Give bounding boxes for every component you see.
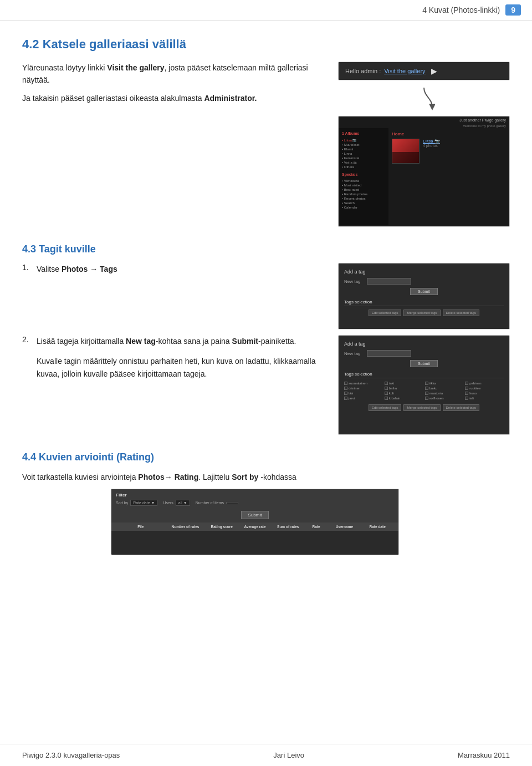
merge-selected-btn[interactable]: Merge selected tags (403, 310, 440, 316)
users-label: Users (163, 501, 173, 505)
step-1-item: 1. Valitse Photos → Tags (22, 263, 327, 275)
gallery-tagline: Just another Piwigo gallery (459, 118, 506, 122)
number-input[interactable] (226, 502, 238, 504)
tag-checkbox-item[interactable]: pabinen (465, 382, 504, 385)
rating-intro-text: Voit tarkastella kuviesi arviointeja Pho… (22, 471, 510, 483)
checkbox-icon[interactable] (344, 387, 347, 390)
delete-selected-btn[interactable]: Delete selected tags (443, 310, 479, 316)
hello-admin-text: Hello admin : (345, 68, 381, 74)
tag-checkbox-item[interactable]: bmku (425, 387, 464, 390)
section-4-3: 4.3 Tagit kuville 1. Valitse Photos → Ta… (22, 244, 510, 435)
spec-item6: • Search (342, 201, 385, 205)
rating-screenshot: Filter Sort by Rate date ▼ Users (111, 489, 399, 555)
section-4-3-title: 4.3 Tagit kuville (22, 244, 510, 255)
checkbox-icon[interactable] (465, 382, 468, 385)
new-tag-row: New tag (344, 278, 504, 285)
submit-row: Submit (116, 509, 394, 519)
gallery-screenshots-col: Hello admin : Visit the gallery ▶ (338, 62, 510, 227)
number-items-control: Number of items (196, 501, 238, 505)
sidebar-liitsa: • Liitsa 📷 (342, 138, 385, 143)
tags-full-screenshot: Add a tag New tag Submit Tags selection … (338, 335, 510, 435)
section-4-4: 4.4 Kuvien arviointi (Rating) Voit tarka… (22, 452, 510, 555)
rating-submit-btn[interactable]: Submit (241, 511, 269, 519)
step-1-number: 1. (22, 263, 33, 272)
page-header: 4 Kuvat (Photos-linkki) 9 (0, 0, 532, 21)
down-arrow-container (338, 85, 510, 113)
header-title: 4 Kuvat (Photos-linkki) (422, 6, 500, 14)
table-column-header: Number of rates (166, 525, 206, 529)
tag-checkbox-item[interactable]: lobalain (385, 397, 423, 400)
gallery-main-area: Home Liitsa 📷 4 photos (388, 128, 509, 225)
rating-screenshot-container: Filter Sort by Rate date ▼ Users (111, 489, 399, 555)
filter-label: Filter (116, 493, 394, 498)
checkbox-icon[interactable] (425, 387, 428, 390)
gallery-welcome: Welcome to my photo gallery (339, 124, 509, 128)
sort-by-label: Sort by (116, 501, 128, 505)
submit-button-full[interactable]: Submit (410, 360, 438, 367)
checkbox-icon[interactable] (425, 382, 428, 385)
checkbox-icon[interactable] (425, 392, 428, 395)
spec-item7: • Calendar (342, 205, 385, 210)
table-column-header: Rate (305, 525, 328, 529)
tags-simple-screenshot: Add a tag New tag Submit Tags selection … (338, 263, 510, 329)
table-column-header: Username (328, 525, 361, 529)
specials-label: Specials (342, 173, 385, 176)
section-4-2-content: Yläreunasta löytyy linkki Visit the gall… (22, 62, 510, 227)
table-column-header: Average rate (238, 525, 272, 529)
step-2-text-col: 2. Lisää tageja kirjoittamalla New tag-k… (22, 335, 327, 385)
checkbox-icon[interactable] (465, 387, 468, 390)
page-footer: Piwigo 2.3.0 kuvagalleria-opas Jari Leiv… (0, 744, 532, 766)
arrow-down-right-icon (413, 85, 435, 113)
tag-checkbox-item[interactable]: jarvi (344, 397, 383, 400)
submit-button-simple[interactable]: Submit (410, 288, 438, 295)
new-tag-input[interactable] (367, 278, 411, 285)
tag-checkbox-item[interactable]: taki (385, 382, 423, 385)
table-column-header: File (116, 525, 166, 529)
tag-checkbox-item[interactable]: teli (465, 397, 504, 400)
sort-by-select[interactable]: Rate date ▼ (130, 500, 157, 506)
merge-selected-btn-full[interactable]: Merge selected tags (403, 404, 440, 411)
step-2-item: 2. Lisää tageja kirjoittamalla New tag-k… (22, 335, 327, 347)
footer-center: Jari Leivo (273, 751, 304, 759)
users-select[interactable]: all ▼ (176, 500, 190, 506)
checkbox-icon[interactable] (425, 397, 428, 400)
page-number: 9 (505, 4, 521, 16)
tag-checkbox-item[interactable]: tikka (425, 382, 464, 385)
tag-checkbox-item[interactable]: drininen (344, 387, 383, 390)
checkbox-icon[interactable] (385, 387, 388, 390)
checkbox-icon[interactable] (465, 397, 468, 400)
tag-checkbox-item[interactable]: maatonia (425, 392, 464, 395)
checkbox-icon[interactable] (344, 397, 347, 400)
main-content: 4.2 Katsele galleriaasi välillä Yläreuna… (0, 21, 532, 577)
tag-checkbox-item[interactable]: baihu (385, 387, 423, 390)
new-tag-input-full[interactable] (367, 350, 411, 357)
checkbox-icon[interactable] (465, 392, 468, 395)
spec-item5: • Recent photos (342, 196, 385, 201)
section-4-2-text: Yläreunasta löytyy linkki Visit the gall… (22, 62, 327, 110)
edit-selected-btn[interactable]: Edit selected tags (369, 310, 401, 316)
step-2-number: 2. (22, 335, 33, 344)
delete-selected-btn-full[interactable]: Delete selected tags (443, 404, 479, 411)
tag-checkbox-item[interactable]: suomalainen (344, 382, 383, 385)
tag-checkbox-item[interactable]: koli (385, 392, 423, 395)
tags-selection-label-full: Tags selection (344, 372, 504, 378)
tag-checkbox-item[interactable]: läà (344, 392, 383, 395)
admin-header-screenshot: Hello admin : Visit the gallery ▶ (338, 62, 510, 80)
checkbox-icon[interactable] (344, 392, 347, 395)
checkbox-icon[interactable] (385, 397, 388, 400)
checkbox-icon[interactable] (344, 382, 347, 385)
checkbox-icon[interactable] (385, 382, 388, 385)
tag-checkbox-item[interactable]: ruutitee (465, 387, 504, 390)
tag-checkbox-item[interactable]: kuno (465, 392, 504, 395)
album-entry: Liitsa 📷 4 photos (392, 139, 506, 164)
tags-selection-label: Tags selection (344, 300, 504, 306)
visit-gallery-link[interactable]: Visit the gallery (384, 68, 425, 74)
step-1-text-col: 1. Valitse Photos → Tags (22, 263, 327, 283)
edit-selected-btn-full[interactable]: Edit selected tags (369, 404, 401, 411)
checkbox-icon[interactable] (385, 392, 388, 395)
tag-checkbox-item[interactable]: volfhonen (425, 397, 464, 400)
album-name-link[interactable]: Liitsa 📷 (423, 139, 440, 144)
admin-header-bar: Hello admin : Visit the gallery ▶ (339, 62, 509, 80)
sidebar-elamit: • Elamit (342, 147, 385, 151)
thumb-overlay (392, 152, 419, 163)
